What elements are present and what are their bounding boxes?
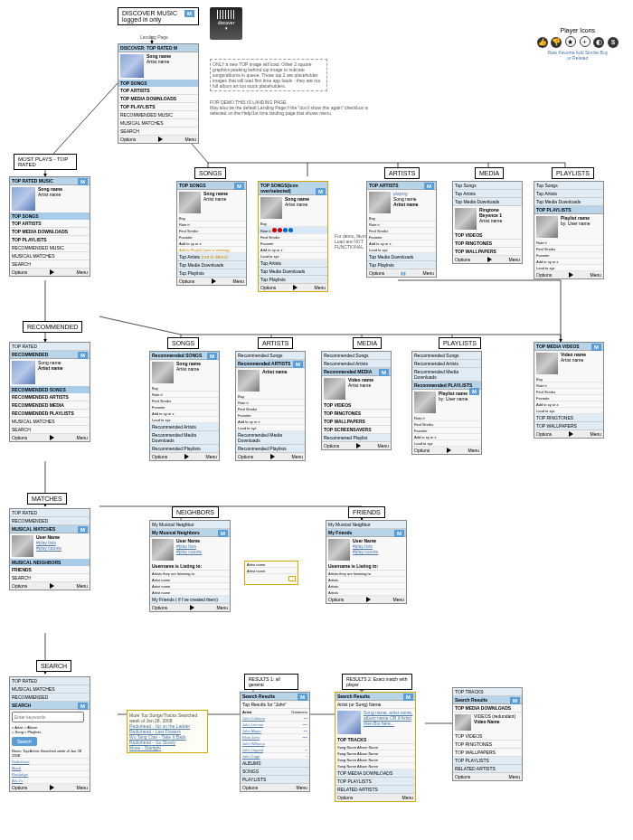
star-icon[interactable]: ★ [565,36,576,47]
demo-note: FOR DEMO THIS IS LANDING PAGE. May also … [210,99,373,116]
matches-label: MATCHES [27,493,67,505]
discover-top-panel: DISCOVER: TOP RATED M Song nameArtist na… [118,43,199,144]
most-plays-label: MOST PLAYS - TOP RATED [14,154,77,170]
discover-title: DISCOVER MUSIC [122,10,177,16]
m-badge: M [184,10,194,17]
playlists-label: PLAYLISTS [552,167,594,179]
discover-icon[interactable]: discover▾ [210,7,242,40]
top-rated-panel: TOP RATED MUSICM Song nameArtist name TO… [9,176,90,277]
thumbs-up-icon[interactable]: 👍 [537,37,548,48]
landing-page-label: Landing Page [140,34,168,40]
thumbs-down-icon[interactable]: 👎 [551,37,562,48]
rec-songs-panel: Recommended SONGSM Song nameArtist name … [149,351,220,461]
play-icon[interactable] [158,137,163,142]
more-searches-box: More Top Songs/Tracks Searched week of J… [127,710,208,753]
rec-artists-panel: Recommended Songs Recommended ARTISTSM A… [235,351,306,461]
neighbor-popup: Artist name Artist name [244,561,298,585]
playlists-hub-panel: Top Songs Top Artists Top Media Download… [534,181,604,279]
neighbors-panel: My Musical Neighbor My Musical Neighbors… [149,520,231,612]
media-hub-panel: Top Songs Top Artists Top Media Download… [452,181,523,264]
player-icons-title: Player Icons [536,27,619,33]
songs-label: SONGS [194,167,226,179]
friends-panel: My Musical Neighbor My FriendsM User Nam… [326,520,407,604]
top-note: ONLY a new TOP image will load. Other 2 … [210,59,327,91]
discover-music-box: DISCOVER MUSICM logged in only [118,7,199,25]
player-icons-labels: Rate Favorite Add Similar Buy or Related [536,50,619,61]
rec-playlists-panel: Recommended Songs Recommended Artists Re… [411,351,482,455]
options-link[interactable]: Options [120,137,136,142]
media-label: MEDIA [475,167,504,179]
buy-icon[interactable]: $ [608,37,619,48]
recommended-label: RECOMMENDED [23,321,82,333]
recommended-panel: TOP RATED RECOMMENDEDM Song nameArtist n… [9,342,90,442]
search-input[interactable] [12,712,84,722]
player-icons: Player Icons 👍 👎 ★ + ◐ $ Rate Favorite A… [536,27,619,61]
artists-label: ARTISTS [384,167,420,179]
search-button[interactable]: Search [12,737,37,746]
results-side-panel: TOP TRACKS Search ResultsM TOP MEDIA DOW… [452,687,523,781]
top-media-videos-panel: TOP MEDIA VIDEOSM Video nameArtist name … [534,342,604,439]
similar-icon[interactable]: ◐ [593,37,604,48]
top-songs-selected-panel: TOP SONGS(Icon over/selected)M Song name… [258,181,328,292]
plus-icon[interactable]: + [580,36,590,47]
results2-panel: Search ResultsM Artist (or Song) Name So… [335,692,416,802]
matches-panel: TOP RATED RECOMMENDED MUSICAL MATCHESM U… [9,508,90,590]
search-panel: TOP RATED MUSICAL MATCHES RECOMMENDED SE… [9,676,90,792]
logged-in-label: logged in only [122,16,161,23]
rec-media-panel: Recommended Songs Recommended Artists Re… [321,351,392,450]
top-songs-panel: TOP SONGSM Song nameArtist name Buy Rate… [176,181,247,286]
results1-panel: Search ResultsM Top Results for "John" A… [240,692,310,792]
menu-link[interactable]: Menu [184,137,196,142]
search-label: SEARCH [36,660,71,672]
top-artists-panel: Top Songs TOP ARTISTSM playingSong nameA… [366,181,437,278]
